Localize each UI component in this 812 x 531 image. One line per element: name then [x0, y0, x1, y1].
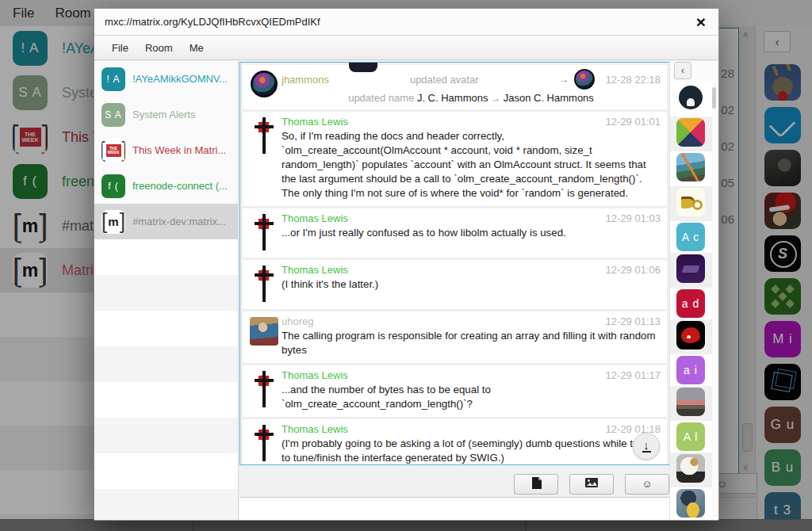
message-input[interactable] — [239, 497, 670, 520]
timestamp: 12-28 22:18 — [606, 74, 661, 86]
room-name: !AYeAMikkGOMNV... — [132, 73, 228, 85]
timestamp: 12-29 01:03 — [606, 212, 661, 224]
room-item[interactable]: [m]#matrix-dev:matrix... — [94, 204, 238, 239]
sender-name: uhoreg — [282, 315, 599, 327]
image-viewer-dialog: mxc://matrix.org/KyLDJQfIHbRcvxQIEDmPdIK… — [94, 8, 719, 521]
message-text: ...or I'm just really confused as to how… — [282, 226, 661, 240]
room-item[interactable]: f (freenode-connect (... — [94, 168, 238, 204]
purple-photo-avatar — [676, 254, 705, 283]
member-item[interactable] — [676, 454, 705, 483]
message-text: The calling program is responsible for c… — [282, 329, 661, 357]
scroll-to-bottom-button[interactable]: ↓ — [633, 433, 660, 460]
empty-room-row — [94, 453, 238, 489]
member-item[interactable] — [676, 118, 705, 147]
menu-item-me[interactable]: Me — [190, 42, 204, 54]
red-demon-avatar — [676, 321, 705, 350]
member-row — [670, 487, 712, 520]
member-list: A ca da iA lam — [670, 82, 712, 520]
menu-item-file[interactable]: File — [112, 42, 128, 54]
member-item[interactable]: a i — [676, 356, 705, 384]
clipped-avatar — [349, 62, 377, 72]
member-row — [670, 186, 712, 221]
coffee-mug-avatar — [676, 188, 705, 216]
member-row — [670, 319, 712, 354]
sender-name: jhammons — [282, 74, 329, 86]
member-row — [670, 151, 712, 186]
old-display-name: J. C. Hammons — [417, 92, 491, 104]
sender-name: Thomas Lewis — [282, 116, 599, 128]
member-item[interactable] — [676, 83, 705, 112]
member-item[interactable] — [676, 188, 705, 216]
uhoreg-photo-avatar — [250, 317, 278, 346]
timestamp: 12-29 01:13 — [606, 315, 661, 327]
download-arrow-bar — [642, 451, 651, 453]
sender-name: Thomas Lewis — [282, 423, 599, 435]
jhammons-avatar — [251, 71, 278, 97]
member-item[interactable] — [676, 153, 705, 181]
member-item[interactable] — [676, 388, 705, 416]
member-item[interactable] — [676, 489, 705, 518]
member-scrollbar-thumb[interactable] — [712, 87, 716, 109]
message-avatar-column — [247, 369, 282, 411]
member-row: a i — [670, 354, 712, 386]
arrow-icon: → — [491, 93, 500, 104]
download-arrow-icon: ↓ — [643, 440, 649, 450]
room-item[interactable]: ! A!AYeAMikkGOMNV... — [94, 61, 238, 97]
sunset-photo-avatar — [676, 388, 705, 416]
member-avatar: a d — [676, 289, 705, 318]
room-item[interactable]: [THEWEEK]This Week in Matri... — [94, 132, 238, 168]
room-name: #matrix-dev:matrix... — [132, 216, 226, 227]
matrix-room-avatar: [m] — [102, 210, 125, 234]
this-week-in-matrix-avatar: [THEWEEK] — [102, 139, 125, 162]
message: Thomas Lewis12-29 01:01So, if I'm readin… — [243, 112, 667, 206]
empty-room-row — [94, 346, 238, 382]
empty-room-row — [94, 382, 238, 418]
member-item[interactable]: a d — [676, 289, 705, 318]
sender-name: Thomas Lewis — [282, 369, 599, 381]
jhammons-new-avatar — [574, 69, 595, 90]
empty-room-row — [94, 418, 238, 453]
timestamp: 12-29 01:06 — [606, 264, 661, 276]
room-name: This Week in Matri... — [132, 144, 226, 156]
timestamp: 12-29 01:17 — [606, 369, 661, 381]
message: jhammonsupdated avatar→12-28 22:18update… — [243, 65, 667, 109]
empty-room-row — [94, 489, 238, 520]
message-list: jhammonsupdated avatar→12-28 22:18update… — [240, 63, 669, 465]
composer-toolbar: ☺ — [239, 471, 670, 497]
member-avatar: A l — [676, 422, 705, 451]
member-item[interactable] — [676, 321, 705, 350]
member-row — [670, 117, 712, 151]
new-display-name: Jason C. Hammons — [500, 92, 594, 104]
room-item[interactable]: S ASystem Alerts — [94, 97, 238, 132]
attach-image-button[interactable] — [569, 474, 614, 495]
room-avatar: S A — [102, 103, 125, 127]
member-item[interactable]: A c — [676, 223, 705, 251]
member-row: a d — [670, 288, 712, 319]
sender-name: Thomas Lewis — [282, 212, 599, 224]
emoji-button[interactable]: ☺ — [625, 474, 669, 495]
collapse-members-button[interactable]: ‹ — [674, 62, 691, 79]
member-avatar: A c — [676, 223, 705, 251]
thomas-lewis-cross-avatar — [250, 371, 278, 409]
message: Thomas Lewis12-29 01:18(I'm probably goi… — [243, 419, 667, 465]
thomas-lewis-cross-avatar — [250, 266, 278, 304]
member-item[interactable]: A l — [676, 422, 705, 451]
member-item[interactable] — [676, 254, 705, 283]
menu-item-room[interactable]: Room — [145, 42, 173, 54]
thomas-lewis-cross-avatar — [250, 214, 278, 252]
dialog-title: mxc://matrix.org/KyLDJQfIHbRcvxQIEDmPdIK… — [105, 16, 696, 28]
message-text: (I'm probably going to be asking a lot o… — [282, 437, 661, 465]
empty-room-row — [94, 275, 238, 311]
sender-name: Thomas Lewis — [282, 264, 599, 276]
dialog-body: ! A!AYeAMikkGOMNV...S ASystem Alerts[THE… — [94, 61, 718, 520]
close-icon[interactable]: × — [696, 14, 706, 30]
message-avatar-column — [247, 315, 282, 357]
timestamp: 12-29 01:18 — [606, 423, 661, 435]
fish-photo-avatar — [676, 489, 705, 518]
screen: FileRoomMe ! A!AYeAMS ASystem[THEWEEK]Th… — [0, 0, 812, 531]
chat-timeline: jhammonsupdated avatar→12-28 22:18update… — [239, 62, 670, 465]
member-row — [670, 453, 712, 487]
arrow-icon: → — [560, 74, 569, 85]
message-text: So, if I'm reading the docs and header c… — [282, 129, 661, 201]
attach-file-button[interactable] — [514, 474, 558, 495]
